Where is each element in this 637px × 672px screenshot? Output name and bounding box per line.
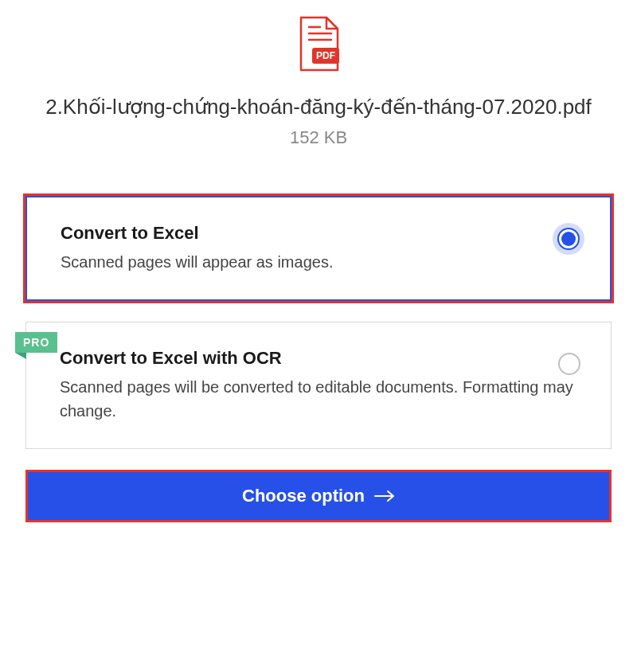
radio-selected-icon[interactable] [557, 228, 580, 250]
radio-unselected-icon[interactable] [558, 353, 580, 375]
pro-badge: PRO [15, 332, 57, 353]
file-name: 2.Khối-lượng-chứng-khoán-đăng-ký-đến-thá… [25, 92, 612, 121]
file-size: 152 KB [25, 127, 612, 148]
option-description: Scanned pages will appear as images. [61, 250, 584, 274]
option-convert-to-excel-ocr[interactable]: PRO Convert to Excel with OCR Scanned pa… [25, 322, 612, 449]
option-title: Convert to Excel with OCR [60, 348, 585, 369]
option-title: Convert to Excel [61, 223, 584, 244]
choose-option-button[interactable]: Choose option [25, 470, 612, 522]
pdf-badge-text: PDF [316, 50, 335, 61]
pdf-file-icon: PDF [295, 16, 342, 76]
option-description: Scanned pages will be converted to edita… [60, 375, 585, 423]
arrow-right-icon [374, 490, 395, 502]
choose-option-label: Choose option [242, 486, 365, 506]
option-convert-to-excel[interactable]: Convert to Excel Scanned pages will appe… [25, 196, 612, 301]
